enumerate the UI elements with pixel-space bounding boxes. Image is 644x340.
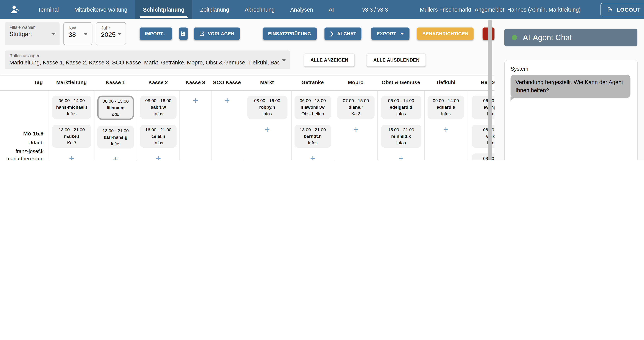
year-select-label: Jahr xyxy=(101,25,116,30)
shift-time: 06:00 - 14:00 xyxy=(384,97,419,104)
chevron-down-icon xyxy=(117,33,121,35)
shift-note: Infos xyxy=(297,139,328,146)
shift-chip[interactable]: 09:00 - 14:00eduard.sInfos xyxy=(428,95,464,119)
chat-message-bubble: Verbindung hergestellt. Wie Kann der Age… xyxy=(510,75,630,98)
add-shift-button[interactable]: + xyxy=(69,153,74,160)
shift-chip[interactable]: 13:00 - 21:00berndt.hInfos xyxy=(294,124,331,148)
nav-tab-analysen[interactable]: Analysen xyxy=(282,0,321,19)
logged-in-user: Angemeldet: Hannes (Admin, Marktleitung) xyxy=(474,6,581,13)
shift-employee: sabri.w xyxy=(142,104,174,110)
shift-time: 13:00 - 21:00 xyxy=(100,127,132,134)
shift-chip[interactable]: 08:00 - 16:00sabri.wInfos xyxy=(140,95,176,119)
nav-tab-terminal[interactable]: Terminal xyxy=(30,0,66,19)
shift-chip[interactable]: 15:00 - 21:00reinhild.kInfos xyxy=(381,124,421,148)
vacation-label: Urlaub xyxy=(28,139,44,147)
chevron-down-icon xyxy=(84,33,88,35)
add-shift-button[interactable]: + xyxy=(113,154,118,160)
notify-button[interactable]: BENACHRICHTIGEN xyxy=(417,27,474,40)
logout-label: LOGOUT xyxy=(617,6,640,13)
year-select[interactable]: Jahr 2025 xyxy=(96,22,126,45)
templates-button[interactable]: VORLAGEN xyxy=(194,27,240,40)
shift-chip[interactable]: 06:00 - 14:00hans-michael.tInfos xyxy=(52,95,91,119)
logout-icon xyxy=(607,6,613,13)
open-in-new-icon xyxy=(199,31,204,36)
deployment-check-label: EINSATZPRÜFUNG xyxy=(268,31,311,36)
user-logo-icon xyxy=(9,4,20,15)
week-select[interactable]: KW 38 xyxy=(63,22,92,45)
nav-tab-zeitplanung[interactable]: Zeitplanung xyxy=(192,0,237,19)
add-shift-button[interactable]: + xyxy=(443,124,448,135)
ai-chat-label: AI-CHAT xyxy=(337,31,356,36)
add-shift-button[interactable]: + xyxy=(398,153,404,160)
save-icon xyxy=(180,31,186,36)
nav-tab-label: Terminal xyxy=(38,6,59,13)
nav-tab-schichtplanung[interactable]: Schichtplanung xyxy=(135,0,192,19)
role-cell-markt: 08:00 - 16:00robby.nInfos+ xyxy=(243,91,291,160)
vertical-scrollbar[interactable] xyxy=(488,19,492,160)
online-status-icon xyxy=(512,35,517,40)
chat-header: AI-Agent Chat xyxy=(504,29,638,46)
week-select-label: KW xyxy=(68,25,82,30)
shift-note: Infos xyxy=(142,139,174,146)
main-nav: TerminalMitarbeiterverwaltungSchichtplan… xyxy=(30,0,342,19)
nav-tab-label: Abrechnung xyxy=(245,6,275,13)
shift-chip[interactable]: 06:00 - 13:00slawomir.wObst helfen xyxy=(294,95,331,119)
nav-tab-ai[interactable]: AI xyxy=(321,0,342,19)
hide-all-button[interactable]: ALLE AUSBLENDEN xyxy=(367,53,426,66)
shift-chip[interactable]: 16:00 - 21:00celal.nInfos xyxy=(140,124,176,148)
export-button[interactable]: EXPORT xyxy=(372,27,410,40)
add-shift-button[interactable]: + xyxy=(193,95,198,106)
top-nav-bar: TerminalMitarbeiterverwaltungSchichtplan… xyxy=(0,0,644,19)
shift-chip[interactable]: 07:00 - 15:00diane.rKa 3 xyxy=(337,95,374,119)
shift-chip[interactable]: 08:00 - 16:00robby.nInfos xyxy=(247,95,287,119)
roles-select-value: Marktleitung, Kasse 1, Kasse 2, Kasse 3,… xyxy=(10,59,279,66)
add-shift-button[interactable]: + xyxy=(353,124,358,135)
chevron-right-icon: ❯ xyxy=(330,31,334,36)
shift-note: Ka 3 xyxy=(55,139,89,146)
shift-note: Ka 3 xyxy=(340,111,372,117)
vertical-scrollbar-thumb[interactable] xyxy=(488,20,492,160)
role-cell-marktleitung: 06:00 - 14:00hans-michael.tInfos13:00 - … xyxy=(49,91,94,160)
shift-note: Infos xyxy=(142,111,174,117)
ai-chat-button[interactable]: ❯ AI-CHAT xyxy=(324,27,362,40)
shift-note: ddd xyxy=(100,111,131,117)
shift-note: Infos xyxy=(55,111,89,117)
role-cell-getr-nke: 06:00 - 13:00slawomir.wObst helfen13:00 … xyxy=(291,91,334,160)
roles-select[interactable]: Rollen anzeigen Marktleitung, Kasse 1, K… xyxy=(5,50,290,69)
column-header-kasse-3: Kasse 3 xyxy=(180,79,211,85)
add-shift-button[interactable]: + xyxy=(156,153,161,160)
shift-employee: robby.n xyxy=(250,104,285,110)
nav-tab-label: AI xyxy=(329,6,334,13)
app-logo[interactable] xyxy=(0,0,30,19)
nav-tab-label: Analysen xyxy=(290,6,313,13)
nav-tab-label: Zeitplanung xyxy=(200,6,229,13)
nav-tab-label: Schichtplanung xyxy=(143,6,184,13)
branch-select[interactable]: Filiale wählen Stuttgart xyxy=(5,22,60,45)
deployment-check-button[interactable]: EINSATZPRÜFUNG xyxy=(263,27,316,40)
show-all-button[interactable]: ALLE ANZEIGEN xyxy=(304,53,355,66)
add-shift-button[interactable]: + xyxy=(224,95,230,106)
shift-chip[interactable]: 08:00 - 13:00liliana.mddd xyxy=(97,95,134,120)
shift-time: 09:00 - 14:00 xyxy=(430,97,462,104)
schedule-row: Mo 15.9Urlaubfranz-josef.kmaria-theresia… xyxy=(0,91,494,160)
save-button[interactable] xyxy=(179,27,188,40)
add-shift-button[interactable]: + xyxy=(264,124,270,135)
app-window: TerminalMitarbeiterverwaltungSchichtplan… xyxy=(0,0,644,160)
nav-tab-abrechnung[interactable]: Abrechnung xyxy=(237,0,282,19)
shift-chip[interactable]: 13:00 - 21:00karl-hans.gInfos xyxy=(97,125,134,149)
shift-time: 15:00 - 21:00 xyxy=(384,126,419,133)
logout-button[interactable]: LOGOUT xyxy=(600,3,644,16)
nav-tab-label: Mitarbeiterverwaltung xyxy=(74,6,127,13)
import-button[interactable]: IMPORT... xyxy=(140,27,172,40)
shift-chip[interactable]: 13:00 - 21:00maike.tKa 3 xyxy=(52,124,91,148)
notify-label: BENACHRICHTIGEN xyxy=(422,31,468,36)
shift-time: 13:00 - 21:00 xyxy=(297,126,328,133)
add-shift-button[interactable]: + xyxy=(310,153,315,160)
show-all-label: ALLE ANZEIGEN xyxy=(310,57,348,62)
column-header-obst-gem-se: Obst & Gemüse xyxy=(378,79,424,85)
shift-time: 08:00 - 16:00 xyxy=(250,97,285,104)
shift-chip[interactable]: 06:00 - 14:00edelgard.dInfos xyxy=(381,95,421,119)
toolbar: Filiale wählen Stuttgart KW 38 Jahr 2025 xyxy=(0,19,494,75)
shift-employee: celal.n xyxy=(142,133,174,139)
nav-tab-mitarbeiterverwaltung[interactable]: Mitarbeiterverwaltung xyxy=(66,0,135,19)
